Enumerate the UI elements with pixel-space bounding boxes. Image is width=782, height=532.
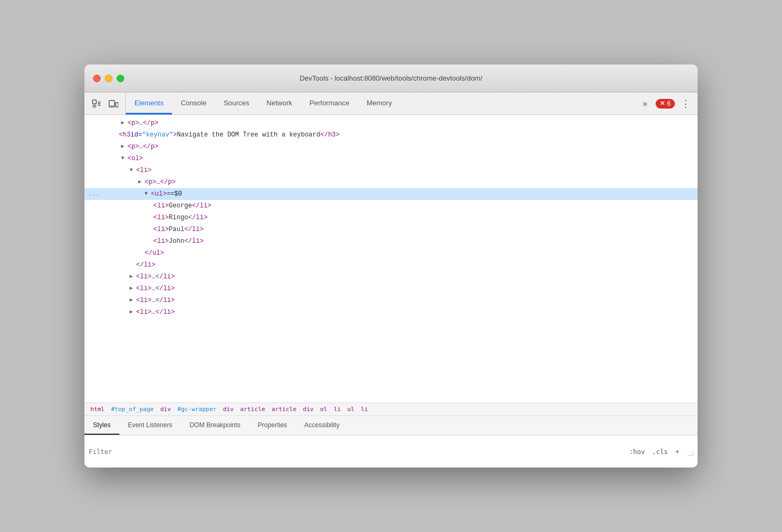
breadcrumb-top-of-page[interactable]: #top_of_page: [110, 405, 155, 413]
breadcrumb-bar: html #top_of_page div #gc-wrapper div ar…: [84, 402, 698, 416]
styles-panel: :hov .cls +: [84, 435, 698, 468]
error-icon: ✕: [660, 100, 665, 107]
dom-line[interactable]: <li>…</li>: [84, 283, 698, 294]
add-style-button[interactable]: +: [673, 447, 681, 457]
devtools-menu-button[interactable]: ⋮: [678, 96, 693, 111]
collapse-triangle[interactable]: [130, 165, 136, 176]
tab-sources[interactable]: Sources: [215, 92, 258, 114]
bottom-tabs: Styles Event Listeners DOM Breakpoints P…: [84, 416, 698, 435]
breadcrumb-div2[interactable]: div: [222, 405, 236, 413]
expand-triangle[interactable]: [130, 271, 136, 282]
dom-line-selected[interactable]: ... <ul> == $0: [84, 188, 698, 200]
tab-performance[interactable]: Performance: [301, 92, 358, 114]
dom-line[interactable]: <ol>: [84, 153, 698, 164]
dom-line[interactable]: <p>…</p>: [84, 117, 698, 129]
tab-elements[interactable]: Elements: [126, 92, 172, 114]
filter-input[interactable]: [89, 448, 623, 456]
traffic-lights: [93, 75, 124, 82]
expand-triangle[interactable]: [138, 177, 145, 188]
breadcrumb-ul[interactable]: ul: [346, 405, 356, 413]
tab-accessibility[interactable]: Accessibility: [296, 416, 348, 435]
hov-button[interactable]: :hov: [627, 447, 647, 457]
expand-triangle[interactable]: [130, 307, 136, 318]
dom-line[interactable]: <p>…</p>: [84, 176, 698, 188]
collapse-triangle[interactable]: [145, 189, 151, 199]
device-toggle-button[interactable]: [106, 96, 121, 111]
tab-properties[interactable]: Properties: [249, 416, 296, 435]
titlebar: DevTools - localhost:8080/web/tools/chro…: [84, 64, 698, 92]
tab-memory[interactable]: Memory: [358, 92, 401, 114]
dom-line[interactable]: <p>…</p>: [84, 141, 698, 153]
dom-panel[interactable]: <p>…</p> <h3 id="keynav">Navigate the DO…: [84, 115, 698, 402]
dom-line[interactable]: <li>Paul</li>: [84, 224, 698, 235]
breadcrumb-gc-wrapper[interactable]: #gc-wrapper: [176, 405, 218, 413]
toolbar-icons: [84, 92, 126, 114]
toolbar: Elements Console Sources Network Perform…: [84, 92, 698, 115]
breadcrumb-article2[interactable]: article: [270, 405, 298, 413]
tab-styles[interactable]: Styles: [84, 416, 119, 435]
expand-triangle[interactable]: [130, 295, 136, 306]
toolbar-right: » ✕ 6 ⋮: [633, 92, 698, 114]
tab-dom-breakpoints[interactable]: DOM Breakpoints: [181, 416, 249, 435]
tab-network[interactable]: Network: [258, 92, 301, 114]
breadcrumb-div1[interactable]: div: [159, 405, 173, 413]
devtools-window: DevTools - localhost:8080/web/tools/chro…: [84, 64, 698, 468]
styles-actions: :hov .cls +: [627, 447, 681, 457]
cls-button[interactable]: .cls: [650, 447, 670, 457]
dom-line[interactable]: <li>…</li>: [84, 294, 698, 306]
dom-line[interactable]: </ul>: [84, 247, 698, 259]
svg-rect-0: [93, 100, 96, 104]
breadcrumb-div3[interactable]: div: [301, 405, 315, 413]
breadcrumb-html[interactable]: html: [89, 405, 106, 413]
expand-triangle[interactable]: [121, 141, 127, 152]
dom-line[interactable]: <li>John</li>: [84, 235, 698, 247]
error-badge[interactable]: ✕ 6: [656, 99, 675, 109]
main-tabs: Elements Console Sources Network Perform…: [126, 92, 633, 114]
dom-line[interactable]: <li>Ringo</li>: [84, 212, 698, 224]
collapse-triangle[interactable]: [121, 153, 127, 164]
tab-console[interactable]: Console: [172, 92, 215, 114]
element-picker-button[interactable]: [89, 96, 104, 111]
dom-line[interactable]: <li>George</li>: [84, 200, 698, 212]
maximize-button[interactable]: [117, 75, 124, 82]
dom-line[interactable]: <li>…</li>: [84, 306, 698, 318]
expand-triangle[interactable]: [121, 118, 127, 128]
expand-triangle[interactable]: [130, 283, 136, 294]
minimize-button[interactable]: [105, 75, 112, 82]
more-tabs-button[interactable]: »: [637, 96, 652, 111]
breadcrumb-li2[interactable]: li: [359, 405, 369, 413]
ellipsis-indicator: ...: [89, 189, 99, 199]
dom-line[interactable]: <li>: [84, 164, 698, 176]
dom-line[interactable]: </li>: [84, 259, 698, 271]
dom-line[interactable]: <h3 id="keynav">Navigate the DOM Tree wi…: [84, 129, 698, 141]
svg-rect-7: [116, 103, 118, 107]
window-title: DevTools - localhost:8080/web/tools/chro…: [300, 74, 482, 82]
tab-event-listeners[interactable]: Event Listeners: [119, 416, 181, 435]
breadcrumb-article1[interactable]: article: [239, 405, 267, 413]
close-button[interactable]: [93, 75, 101, 82]
breadcrumb-li[interactable]: li: [332, 405, 342, 413]
dom-line[interactable]: <li>…</li>: [84, 271, 698, 283]
breadcrumb-ol[interactable]: ol: [318, 405, 329, 413]
resize-handle[interactable]: [686, 448, 693, 456]
